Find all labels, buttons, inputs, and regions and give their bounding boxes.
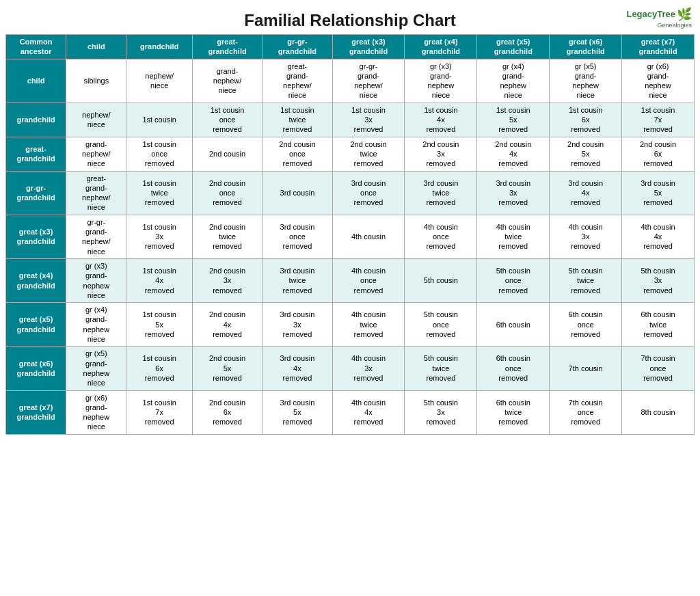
cell-7-0: gr (x5)grand-nephewniece bbox=[66, 347, 126, 390]
cell-1-3: 1st cousintwiceremoved bbox=[262, 103, 332, 137]
row-header-8: great (x7)grandchild bbox=[6, 390, 66, 434]
cell-8-3: 3rd cousin5xremoved bbox=[262, 390, 332, 434]
cell-2-7: 2nd cousin5xremoved bbox=[550, 137, 622, 171]
cell-1-7: 1st cousin6xremoved bbox=[550, 103, 622, 137]
cell-4-3: 3rd cousinonceremoved bbox=[262, 215, 332, 258]
cell-0-5: gr (x3)grand-nephewniece bbox=[405, 59, 477, 103]
cell-0-2: grand-nephew/niece bbox=[192, 59, 262, 103]
col-header-1: child bbox=[66, 35, 126, 59]
cell-1-6: 1st cousin5xremoved bbox=[477, 103, 550, 137]
col-header-4: gr-gr-grandchild bbox=[262, 35, 332, 59]
cell-1-5: 1st cousin4xremoved bbox=[405, 103, 477, 137]
col-header-5: great (x3)grandchild bbox=[332, 35, 405, 59]
relationship-table: Commonancestor child grandchild great-gr… bbox=[5, 34, 695, 435]
cell-4-6: 4th cousintwiceremoved bbox=[477, 215, 550, 258]
cell-0-7: gr (x5)grand-nephewniece bbox=[550, 59, 622, 103]
leaf-icon: 🌿 bbox=[677, 7, 692, 22]
cell-2-1: 1st cousinonceremoved bbox=[126, 137, 192, 171]
col-header-7: great (x5)grandchild bbox=[477, 35, 550, 59]
cell-8-4: 4th cousin4xremoved bbox=[332, 390, 405, 434]
cell-3-5: 3rd cousintwiceremoved bbox=[405, 171, 477, 215]
col-header-2: grandchild bbox=[126, 35, 192, 59]
cell-3-4: 3rd cousinonceremoved bbox=[332, 171, 405, 215]
cell-7-2: 2nd cousin5xremoved bbox=[192, 347, 262, 390]
cell-0-3: great-grand-nephew/niece bbox=[262, 59, 332, 103]
cell-1-0: nephew/niece bbox=[66, 103, 126, 137]
cell-6-1: 1st cousin5xremoved bbox=[126, 303, 192, 347]
cell-3-6: 3rd cousin3xremoved bbox=[477, 171, 550, 215]
row-header-4: great (x3)grandchild bbox=[6, 215, 66, 258]
cell-0-1: nephew/niece bbox=[126, 59, 192, 103]
cell-2-2: 2nd cousin bbox=[192, 137, 262, 171]
cell-8-8: 8th cousin bbox=[622, 390, 695, 434]
table-row: great (x5)grandchildgr (x4)grand-nephewn… bbox=[6, 303, 695, 347]
cell-8-5: 5th cousin3xremoved bbox=[405, 390, 477, 434]
cell-1-8: 1st cousin7xremoved bbox=[622, 103, 695, 137]
cell-2-4: 2nd cousintwiceremoved bbox=[332, 137, 405, 171]
cell-7-4: 4th cousin3xremoved bbox=[332, 347, 405, 390]
cell-3-7: 3rd cousin4xremoved bbox=[550, 171, 622, 215]
page-wrapper: Familial Relationship Chart LegacyTree 🌿… bbox=[0, 0, 700, 440]
table-row: great (x3)grandchildgr-gr-grand-nephew/n… bbox=[6, 215, 695, 258]
cell-0-0: siblings bbox=[66, 59, 126, 103]
cell-8-0: gr (x6)grand-nephewniece bbox=[66, 390, 126, 434]
cell-2-8: 2nd cousin6xremoved bbox=[622, 137, 695, 171]
cell-1-2: 1st cousinonceremoved bbox=[192, 103, 262, 137]
row-header-0: child bbox=[6, 59, 66, 103]
cell-5-0: gr (x3)grand-nephewniece bbox=[66, 258, 126, 302]
cell-6-6: 6th cousin bbox=[477, 303, 550, 347]
row-header-7: great (x6)grandchild bbox=[6, 347, 66, 390]
row-header-1: grandchild bbox=[6, 103, 66, 137]
cell-4-7: 4th cousin3xremoved bbox=[550, 215, 622, 258]
cell-2-3: 2nd cousinonceremoved bbox=[262, 137, 332, 171]
cell-5-5: 5th cousin bbox=[405, 258, 477, 302]
cell-8-1: 1st cousin7xremoved bbox=[126, 390, 192, 434]
cell-2-0: grand-nephew/niece bbox=[66, 137, 126, 171]
cell-5-4: 4th cousinonceremoved bbox=[332, 258, 405, 302]
table-row: gr-gr-grandchildgreat-grand-nephew/niece… bbox=[6, 171, 695, 215]
cell-4-0: gr-gr-grand-nephew/niece bbox=[66, 215, 126, 258]
cell-2-5: 2nd cousin3xremoved bbox=[405, 137, 477, 171]
cell-3-0: great-grand-nephew/niece bbox=[66, 171, 126, 215]
col-header-0: Commonancestor bbox=[6, 35, 66, 59]
cell-0-8: gr (x6)grand-nephewniece bbox=[622, 59, 695, 103]
row-header-6: great (x5)grandchild bbox=[6, 303, 66, 347]
cell-0-4: gr-gr-grand-nephew/niece bbox=[332, 59, 405, 103]
cell-5-7: 5th cousintwiceremoved bbox=[550, 258, 622, 302]
page-title: Familial Relationship Chart bbox=[244, 11, 455, 30]
cell-5-3: 3rd cousintwiceremoved bbox=[262, 258, 332, 302]
cell-4-8: 4th cousin4xremoved bbox=[622, 215, 695, 258]
cell-6-2: 2nd cousin4xremoved bbox=[192, 303, 262, 347]
cell-7-6: 6th cousinonceremoved bbox=[477, 347, 550, 390]
cell-3-2: 2nd cousinonceremoved bbox=[192, 171, 262, 215]
col-header-6: great (x4)grandchild bbox=[405, 35, 477, 59]
table-row: grandchildnephew/niece1st cousin1st cous… bbox=[6, 103, 695, 137]
cell-6-3: 3rd cousin3xremoved bbox=[262, 303, 332, 347]
cell-2-6: 2nd cousin4xremoved bbox=[477, 137, 550, 171]
cell-7-5: 5th cousintwiceremoved bbox=[405, 347, 477, 390]
cell-6-4: 4th cousintwiceremoved bbox=[332, 303, 405, 347]
table-row: childsiblingsnephew/niecegrand-nephew/ni… bbox=[6, 59, 695, 103]
row-header-3: gr-gr-grandchild bbox=[6, 171, 66, 215]
cell-6-5: 5th cousinonceremoved bbox=[405, 303, 477, 347]
table-row: great (x6)grandchildgr (x5)grand-nephewn… bbox=[6, 347, 695, 390]
cell-8-6: 6th cousintwiceremoved bbox=[477, 390, 550, 434]
col-header-3: great-grandchild bbox=[192, 35, 262, 59]
logo: LegacyTree 🌿 Genealogies bbox=[626, 7, 692, 29]
cell-5-1: 1st cousin4xremoved bbox=[126, 258, 192, 302]
col-header-8: great (x6)grandchild bbox=[550, 35, 622, 59]
row-header-2: great-grandchild bbox=[6, 137, 66, 171]
cell-3-1: 1st cousintwiceremoved bbox=[126, 171, 192, 215]
cell-6-0: gr (x4)grand-nephewniece bbox=[66, 303, 126, 347]
cell-5-2: 2nd cousin3xremoved bbox=[192, 258, 262, 302]
logo-text-line2: Genealogies bbox=[657, 22, 692, 29]
cell-4-1: 1st cousin3xremoved bbox=[126, 215, 192, 258]
cell-8-7: 7th cousinonceremoved bbox=[550, 390, 622, 434]
cell-5-8: 5th cousin3xremoved bbox=[622, 258, 695, 302]
cell-7-1: 1st cousin6xremoved bbox=[126, 347, 192, 390]
cell-1-4: 1st cousin3xremoved bbox=[332, 103, 405, 137]
cell-3-3: 3rd cousin bbox=[262, 171, 332, 215]
header-row: Commonancestor child grandchild great-gr… bbox=[6, 35, 695, 59]
cell-7-8: 7th cousinonceremoved bbox=[622, 347, 695, 390]
cell-1-1: 1st cousin bbox=[126, 103, 192, 137]
